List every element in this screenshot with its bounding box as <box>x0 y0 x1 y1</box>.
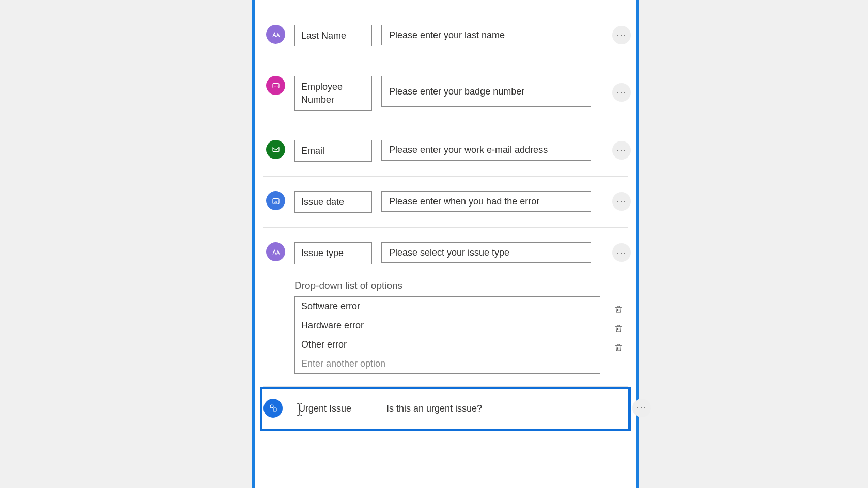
more-icon: ··· <box>636 402 647 413</box>
svg-rect-5 <box>273 408 276 411</box>
question-email[interactable]: Email Please enter your work e-mail addr… <box>263 125 628 177</box>
more-options-button[interactable]: ··· <box>612 26 631 44</box>
dropdown-option-row: Enter another option <box>295 354 600 373</box>
dropdown-options-label: Drop-down list of options <box>295 280 628 291</box>
field-prompt-input[interactable]: Please enter your badge number <box>381 76 591 107</box>
field-name-input[interactable]: Urgent Issue <box>292 399 369 419</box>
dropdown-option-input[interactable]: Other error <box>295 335 600 354</box>
svg-rect-1 <box>273 147 279 152</box>
dropdown-option-row: Software error <box>295 297 600 316</box>
dropdown-options-list: Software error Hardware error Other erro… <box>295 296 600 374</box>
more-options-button[interactable]: ··· <box>612 83 631 102</box>
delete-option-button[interactable] <box>612 303 625 316</box>
email-type-icon <box>266 140 285 159</box>
dropdown-option-row: Hardware error <box>295 316 600 335</box>
more-options-button[interactable]: ··· <box>632 399 651 417</box>
field-prompt-input[interactable]: Please enter when you had the error <box>381 191 591 212</box>
choice-type-icon <box>264 399 283 418</box>
text-type-icon <box>266 242 285 261</box>
form-designer-panel: Last Name Please enter your last name ··… <box>252 0 639 488</box>
field-prompt-input[interactable]: Is this an urgent issue? <box>379 399 588 419</box>
more-options-button[interactable]: ··· <box>612 141 631 160</box>
date-type-icon: 21 <box>266 191 285 210</box>
text-type-icon <box>266 25 285 44</box>
question-employee-number[interactable]: Employee Number Please enter your badge … <box>263 61 628 125</box>
questions-list: Last Name Please enter your last name ··… <box>255 0 636 431</box>
more-icon: ··· <box>616 196 627 207</box>
delete-option-button[interactable] <box>612 341 625 354</box>
more-options-button[interactable]: ··· <box>612 243 631 262</box>
field-name-input[interactable]: Email <box>295 140 372 162</box>
field-name-input[interactable]: Issue date <box>295 191 372 213</box>
dropdown-option-input[interactable]: Software error <box>295 297 600 316</box>
number-type-icon <box>266 76 285 95</box>
field-name-input[interactable]: Issue type <box>295 242 372 264</box>
dropdown-option-row: Other error <box>295 335 600 354</box>
more-icon: ··· <box>616 30 627 41</box>
delete-option-button[interactable] <box>612 322 625 335</box>
svg-point-4 <box>270 405 273 408</box>
question-issue-type[interactable]: Issue type Please select your issue type… <box>263 228 628 386</box>
text-caret <box>352 403 352 415</box>
question-urgent-issue[interactable]: Urgent Issue Is this an urgent issue? ··… <box>260 387 631 431</box>
svg-rect-0 <box>273 83 279 88</box>
field-name-input[interactable]: Employee Number <box>295 76 372 111</box>
more-options-button[interactable]: ··· <box>612 192 631 211</box>
field-prompt-input[interactable]: Please enter your last name <box>381 25 591 45</box>
more-icon: ··· <box>616 87 627 98</box>
question-last-name[interactable]: Last Name Please enter your last name ··… <box>263 10 628 61</box>
field-prompt-input[interactable]: Please select your issue type <box>381 242 591 263</box>
field-prompt-input[interactable]: Please enter your work e-mail address <box>381 140 591 161</box>
dropdown-add-option-input[interactable]: Enter another option <box>295 354 600 373</box>
more-icon: ··· <box>616 145 627 155</box>
question-issue-date[interactable]: 21 Issue date Please enter when you had … <box>263 177 628 228</box>
field-name-text: Urgent Issue <box>299 403 351 414</box>
field-name-input[interactable]: Last Name <box>295 25 372 46</box>
dropdown-option-input[interactable]: Hardware error <box>295 316 600 335</box>
svg-text:21: 21 <box>274 200 277 203</box>
more-icon: ··· <box>616 247 627 258</box>
